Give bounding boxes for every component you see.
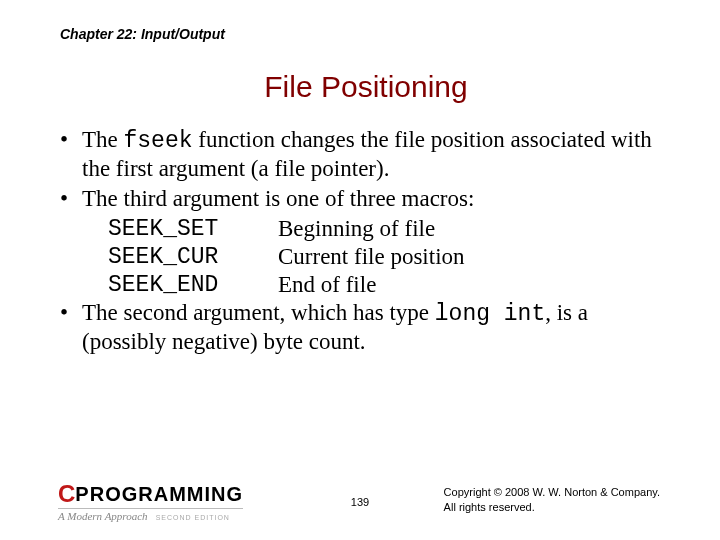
slide: Chapter 22: Input/Output File Positionin… xyxy=(0,0,720,540)
code-fragment: fseek xyxy=(124,128,193,154)
macro-desc: Current file position xyxy=(278,243,465,271)
logo-subtitle: A Modern Approach SECOND EDITION xyxy=(58,508,243,522)
bullet-item: • The second argument, which has type lo… xyxy=(60,299,672,356)
macro-desc: End of file xyxy=(278,271,376,299)
bullet-text: The second argument, which has type long… xyxy=(82,299,672,356)
bullet-marker: • xyxy=(60,185,82,213)
bullet-marker: • xyxy=(60,126,82,183)
text-fragment: The second argument, which has type xyxy=(82,300,435,325)
macro-name: SEEK_SET xyxy=(108,215,278,243)
bullet-text: The third argument is one of three macro… xyxy=(82,185,672,213)
book-logo: CPROGRAMMING A Modern Approach SECOND ED… xyxy=(58,480,243,522)
copyright-line: Copyright © 2008 W. W. Norton & Company. xyxy=(444,485,660,499)
chapter-heading: Chapter 22: Input/Output xyxy=(60,26,672,42)
macro-row: SEEK_CUR Current file position xyxy=(108,243,672,271)
macro-name: SEEK_END xyxy=(108,271,278,299)
bullet-item: • The third argument is one of three mac… xyxy=(60,185,672,213)
copyright: Copyright © 2008 W. W. Norton & Company.… xyxy=(444,485,660,514)
bullet-marker: • xyxy=(60,299,82,356)
logo-programming: PROGRAMMING xyxy=(75,483,243,506)
logo-subtitle-text: A Modern Approach xyxy=(58,510,148,522)
macro-row: SEEK_SET Beginning of file xyxy=(108,215,672,243)
macro-desc: Beginning of file xyxy=(278,215,435,243)
logo-c-letter: C xyxy=(58,480,74,508)
copyright-line: All rights reserved. xyxy=(444,500,660,514)
macro-row: SEEK_END End of file xyxy=(108,271,672,299)
bullet-item: • The fseek function changes the file po… xyxy=(60,126,672,183)
text-fragment: The xyxy=(82,127,124,152)
macro-list: SEEK_SET Beginning of file SEEK_CUR Curr… xyxy=(108,215,672,299)
slide-title: File Positioning xyxy=(60,70,672,104)
slide-content: • The fseek function changes the file po… xyxy=(60,126,672,356)
macro-name: SEEK_CUR xyxy=(108,243,278,271)
bullet-text: The fseek function changes the file posi… xyxy=(82,126,672,183)
page-number: 139 xyxy=(351,496,369,508)
code-fragment: long int xyxy=(435,301,545,327)
logo-edition: SECOND EDITION xyxy=(156,514,230,521)
slide-footer: CPROGRAMMING A Modern Approach SECOND ED… xyxy=(0,478,720,522)
logo-title: CPROGRAMMING xyxy=(58,480,243,508)
